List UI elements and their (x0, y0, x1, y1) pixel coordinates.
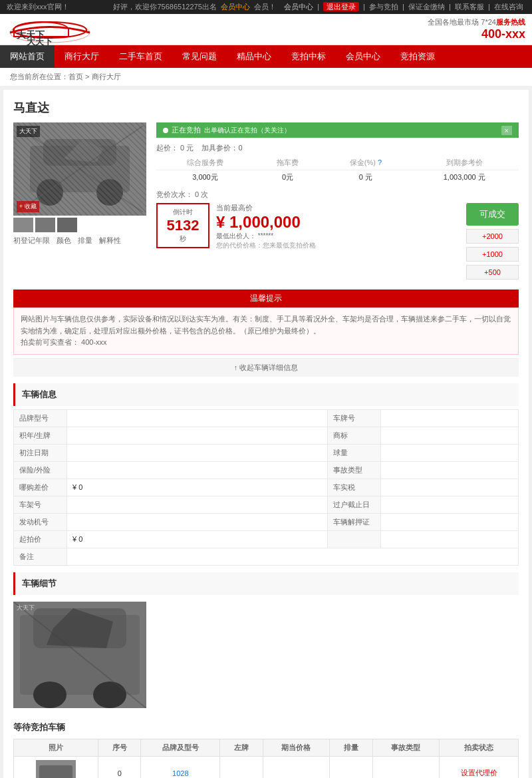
breadcrumb-hall[interactable]: 商行大厅 (92, 73, 121, 81)
svg-rect-20 (39, 765, 72, 778)
current-bid-price: ¥ 1,000,000 (216, 213, 460, 232)
empty-value (381, 530, 519, 548)
col-photo: 照片 (14, 739, 98, 756)
bid-buttons: 可成交 +2000 +1000 +500 (466, 203, 519, 280)
meta-year: 初登记年限 (13, 236, 50, 246)
brand-label: 品牌型号 (14, 409, 67, 427)
member-center-link[interactable]: 会员中心 (284, 3, 313, 11)
nav-faq[interactable]: 常见问题 (172, 45, 227, 68)
car-thumbnails (13, 218, 146, 232)
current-bid-area: 当前最高价 ¥ 1,000,000 最低出价人： ****** 您的代价价格：您… (216, 203, 460, 250)
location-info: 拍卖前可实查省： 400-xxx (21, 337, 511, 349)
car-main-image: 大天下 + 收藏 (13, 122, 146, 216)
svg-rect-3 (17, 126, 143, 212)
breadcrumb: 您当前所在位置：首页 > 商行大厅 (0, 68, 532, 87)
purchase-tax-value: ¥ 0 (67, 479, 328, 496)
hotline-area: 全国各地最市场 7*24服务热线 400-xxx (428, 17, 525, 41)
warning-text: 网站图片与车辆信息仅供参考，实际设备和情况以到达实车为准。有关：制度、手工具等看… (21, 313, 511, 337)
increment-1000[interactable]: +1000 (466, 247, 519, 262)
contact-link[interactable]: 联系客服 (455, 3, 484, 11)
welcome-text: 欢迎来到xxx官网！ (7, 2, 69, 12)
vin-label: 车架号 (14, 496, 67, 513)
table-row: 0 1028 设置代理价 (14, 756, 519, 778)
close-status-btn[interactable]: × (501, 126, 512, 135)
submit-bid-btn[interactable]: 可成交 (466, 203, 519, 226)
row1-displacement (330, 756, 372, 778)
waiting-auction-section: 等待竞拍车辆 照片 序号 品牌及型号 左牌 期当价格 排量 事故类型 拍卖状态 (13, 721, 519, 778)
expand-bar[interactable]: ↑ 收起车辆详细信息 (13, 358, 519, 377)
waiting-title: 等待竞拍车辆 (13, 721, 519, 733)
table-row: 品牌型号 车牌号 (14, 409, 519, 427)
reg-date-value (67, 444, 328, 461)
meta-color: 颜色 (57, 236, 71, 246)
vin-value (67, 496, 328, 513)
col-price: 期当价格 (263, 739, 330, 756)
unlock-value (381, 513, 519, 530)
transfer-deadline-label: 过户截止日 (328, 496, 381, 513)
ball-label: 球量 (328, 444, 381, 461)
row1-plate (220, 756, 263, 778)
table-row: 保险/外险 事故类型 (14, 461, 519, 479)
top-bar: 欢迎来到xxx官网！ 好评，欢迎你75686512275出名 会员中心 会员！ … (0, 0, 532, 14)
merchant-value (381, 427, 519, 444)
brand-value (67, 409, 328, 427)
insurance-value (67, 461, 328, 479)
breadcrumb-home[interactable]: 您当前所在位置：首页 (10, 73, 83, 81)
thumb-1[interactable] (13, 218, 33, 232)
nav-won[interactable]: 竞拍中标 (281, 45, 336, 68)
join-bid-link[interactable]: 参与竞拍 (369, 3, 398, 11)
status-dot (163, 128, 168, 133)
svg-text:大天下: 大天下 (17, 604, 35, 611)
tow-fee-header: 拖车费 (254, 156, 321, 170)
transfer-deadline-value (381, 496, 519, 513)
nav-home[interactable]: 网站首页 (0, 45, 55, 68)
svg-marker-8 (63, 139, 103, 162)
row1-set-price-btn[interactable]: 设置代理价 (461, 769, 497, 777)
auction-confirm: 出单确认正在竞拍（关关注） (204, 126, 291, 135)
plate-label: 车牌号 (328, 409, 381, 427)
thumb-2[interactable] (35, 218, 55, 232)
deposit-header: 保金(%) ? (321, 156, 410, 170)
meta-displacement: 排量 (78, 236, 92, 246)
nav-used-car[interactable]: 二手车首页 (109, 45, 172, 68)
greeting-text: 好评，欢迎你75686512275出名 会员中心 会员！ 会员中心 | 退出登录… (113, 2, 525, 12)
countdown-box: 倒计时 5132 秒 (156, 203, 209, 248)
increment-2000[interactable]: +2000 (466, 229, 519, 244)
service-fee-header: 综合服务费 (156, 156, 254, 170)
start-price-value: ¥ 0 (67, 530, 328, 548)
thumb-3[interactable] (57, 218, 77, 232)
lowest-bidder: 最低出价人： ****** (216, 232, 460, 241)
table-row: 初注日期 球量 (14, 444, 519, 461)
header: 大天下 全国各地最市场 7*24服务热线 400-xxx (0, 14, 532, 45)
nav-resource[interactable]: 竞拍资源 (390, 45, 445, 68)
deposit-info-icon[interactable]: ? (378, 158, 382, 166)
main-nav: 网站首页 商行大厅 二手车首页 常见问题 精品中心 竞拍中标 会员中心 竞拍资源 (0, 45, 532, 68)
bid-area: 倒计时 5132 秒 当前最高价 ¥ 1,000,000 最低出价人： ****… (156, 203, 519, 280)
col-seq: 序号 (98, 739, 141, 756)
login-link[interactable]: 退出登录 (323, 2, 359, 11)
row1-action: 设置代理价 (440, 756, 519, 778)
nav-premium[interactable]: 精品中心 (227, 45, 281, 68)
row1-photo (14, 756, 98, 778)
online-consult-link[interactable]: 在线咨询 (494, 3, 523, 11)
row1-model-link[interactable]: 1028 (172, 769, 188, 777)
table-row: 起拍价 ¥ 0 (14, 530, 519, 548)
deposit-link[interactable]: 保证金缴纳 (408, 3, 445, 11)
table-row: 备注 (14, 548, 519, 565)
start-price: 起价： 0 元 加具参价：0 (156, 143, 519, 153)
nav-member[interactable]: 会员中心 (336, 45, 390, 68)
nav-hall[interactable]: 商行大厅 (55, 45, 109, 68)
increment-500[interactable]: +500 (466, 265, 519, 280)
unlock-label: 车辆解押证 (328, 513, 381, 530)
row1-model: 1028 (141, 756, 220, 778)
tow-fee-value: 0元 (254, 170, 321, 185)
merchant-label: 商标 (328, 427, 381, 444)
insurance-label: 保险/外险 (14, 461, 67, 479)
main-content: 马直达 大天下 + 收藏 (3, 90, 529, 778)
car-info-right: 正在竞拍 出单确认正在竞拍（关关注） × 起价： 0 元 加具参价：0 综合服务… (156, 122, 519, 280)
vip-link[interactable]: 会员中心 (221, 3, 250, 11)
page-title: 马直达 (13, 100, 519, 116)
logo: 大天下 (7, 18, 73, 41)
svg-rect-4 (30, 146, 130, 192)
table-row: 积年/生牌 商标 (14, 427, 519, 444)
